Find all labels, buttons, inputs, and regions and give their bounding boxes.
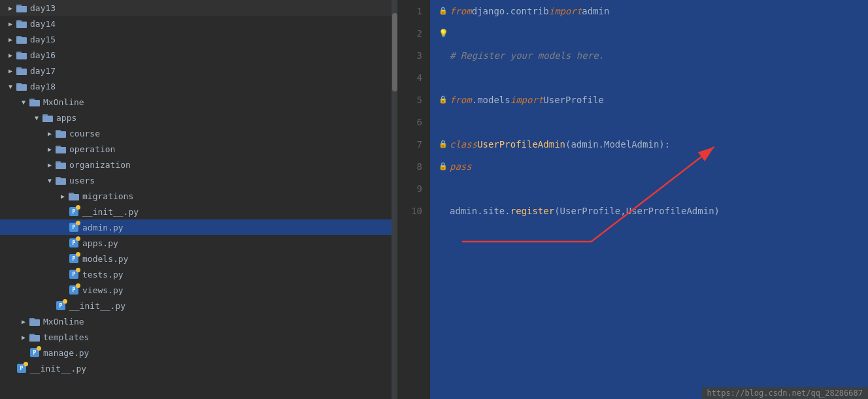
tree-item-mxonline1[interactable]: ▼MxOnline: [0, 94, 392, 110]
tree-icon-day14: [16, 18, 27, 29]
tree-item-day15[interactable]: ▶day15: [0, 31, 392, 47]
line-number-8: 8: [397, 155, 422, 178]
tree-icon-day13: [16, 3, 27, 13]
lock-icon-line-1: 🔒: [439, 0, 448, 22]
tree-item-templates[interactable]: ▶templates: [0, 329, 392, 345]
tree-label-views_py: views.py: [82, 285, 124, 295]
svg-rect-15: [42, 116, 53, 122]
tree-icon-init_py2: P: [55, 300, 67, 311]
svg-rect-23: [56, 178, 66, 185]
tree-item-models_py[interactable]: Pmodels.py: [0, 251, 392, 266]
scrollbar[interactable]: [392, 0, 397, 399]
tree-item-mxonline2[interactable]: ▶MxOnline: [0, 313, 392, 329]
bulb-icon-line-2: 💡: [439, 22, 448, 44]
tree-label-tests_py: tests.py: [82, 270, 124, 279]
tree-item-day18[interactable]: ▼day18: [0, 78, 392, 94]
line-number-5: 5: [397, 89, 422, 111]
tree-icon-manage_py: P: [29, 347, 41, 358]
tree-arrow-apps: ▼: [31, 114, 42, 121]
code-line-9: [437, 178, 868, 200]
line-number-9: 9: [397, 178, 422, 200]
lock-icon-line-7: 🔒: [439, 133, 448, 155]
tree-item-migrations[interactable]: ▶migrations: [0, 188, 392, 204]
tree-item-operation[interactable]: ▶operation: [0, 141, 392, 157]
tree-item-apps_py[interactable]: Papps.py: [0, 235, 392, 251]
tree-item-admin_py[interactable]: Padmin.py: [0, 219, 392, 235]
tree-item-day14[interactable]: ▶day14: [0, 16, 392, 31]
tree-icon-day16: [16, 50, 27, 60]
tree-label-organization: organization: [69, 160, 131, 170]
tree-item-manage_py[interactable]: Pmanage.py: [0, 345, 392, 360]
svg-rect-7: [16, 53, 27, 59]
tree-item-course[interactable]: ▶course: [0, 125, 392, 141]
tree-icon-operation: [55, 144, 67, 154]
code-line-1: 🔒from django.contrib import admin: [437, 0, 868, 22]
tree-item-day16[interactable]: ▶day16: [0, 47, 392, 63]
tree-icon-templates: [29, 332, 41, 342]
tree-label-init_py2: __init__.py: [69, 301, 125, 311]
code-line-6: [437, 111, 868, 133]
tree-label-manage_py: manage.py: [43, 348, 89, 358]
svg-rect-3: [16, 22, 27, 28]
tree-label-mxonline1: MxOnline: [43, 97, 84, 107]
tree-label-init_py3: __init__.py: [30, 364, 86, 374]
code-lines: 🔒from django.contrib import admin💡# Regi…: [430, 0, 868, 399]
tree-label-templates: templates: [43, 332, 89, 342]
tree-arrow-users: ▼: [44, 177, 55, 184]
tree-item-init_py3[interactable]: P__init__.py: [0, 360, 392, 376]
tree-icon-init_py1: P: [68, 206, 80, 217]
tree-label-migrations: migrations: [82, 191, 133, 201]
file-tree: ▶day13▶day14▶day15▶day16▶day17▼day18▼MxO…: [0, 0, 392, 399]
tree-icon-models_py: P: [68, 253, 80, 264]
svg-rect-19: [56, 147, 66, 153]
tree-label-course: course: [69, 129, 100, 138]
tree-label-day18: day18: [30, 82, 56, 91]
line-number-10: 10: [397, 200, 422, 222]
tree-item-day17[interactable]: ▶day17: [0, 63, 392, 78]
lock-icon-line-8: 🔒: [439, 155, 448, 178]
tree-label-mxonline2: MxOnline: [43, 317, 84, 327]
url-bar: https://blog.csdn.net/qq_28286687: [702, 387, 868, 399]
tree-arrow-course: ▶: [44, 130, 55, 137]
code-editor: 12345678910 🔒from django.contrib import …: [397, 0, 868, 399]
tree-arrow-operation: ▶: [44, 146, 55, 153]
svg-rect-5: [16, 37, 27, 44]
tree-label-users: users: [69, 176, 95, 185]
tree-arrow-day15: ▶: [5, 36, 16, 43]
code-line-5: 🔒from .models import UserProfile: [437, 89, 868, 111]
tree-item-apps[interactable]: ▼apps: [0, 110, 392, 125]
tree-arrow-migrations: ▶: [58, 193, 68, 200]
svg-rect-29: [29, 335, 40, 342]
tree-arrow-day17: ▶: [5, 67, 16, 74]
tree-item-views_py[interactable]: Pviews.py: [0, 282, 392, 298]
tree-icon-mxonline2: [29, 316, 41, 327]
tree-label-admin_py: admin.py: [82, 223, 124, 232]
code-line-2: 💡: [437, 22, 868, 44]
code-line-8: 🔒 pass: [437, 155, 868, 178]
tree-arrow-mxonline2: ▶: [18, 318, 29, 325]
line-numbers: 12345678910: [397, 0, 430, 399]
tree-item-init_py1[interactable]: P__init__.py: [0, 204, 392, 219]
tree-item-users[interactable]: ▼users: [0, 172, 392, 188]
tree-label-day13: day13: [30, 3, 56, 13]
tree-arrow-organization: ▶: [44, 161, 55, 168]
code-line-3: # Register your models here.: [437, 44, 868, 67]
tree-arrow-day18: ▼: [5, 83, 16, 90]
tree-icon-course: [55, 128, 67, 138]
svg-rect-21: [56, 163, 66, 169]
tree-arrow-day14: ▶: [5, 20, 16, 27]
tree-icon-init_py3: P: [16, 363, 27, 374]
svg-rect-27: [29, 319, 40, 326]
tree-item-day13[interactable]: ▶day13: [0, 0, 392, 16]
tree-icon-tests_py: P: [68, 269, 80, 279]
code-line-4: [437, 67, 868, 89]
svg-rect-11: [16, 84, 27, 91]
tree-label-day16: day16: [30, 50, 56, 60]
tree-item-tests_py[interactable]: Ptests.py: [0, 266, 392, 282]
tree-label-day14: day14: [30, 19, 56, 29]
tree-label-apps: apps: [56, 113, 76, 123]
tree-item-init_py2[interactable]: P__init__.py: [0, 298, 392, 313]
tree-icon-admin_py: P: [68, 222, 80, 232]
tree-item-organization[interactable]: ▶organization: [0, 157, 392, 172]
tree-icon-apps_py: P: [68, 238, 80, 248]
